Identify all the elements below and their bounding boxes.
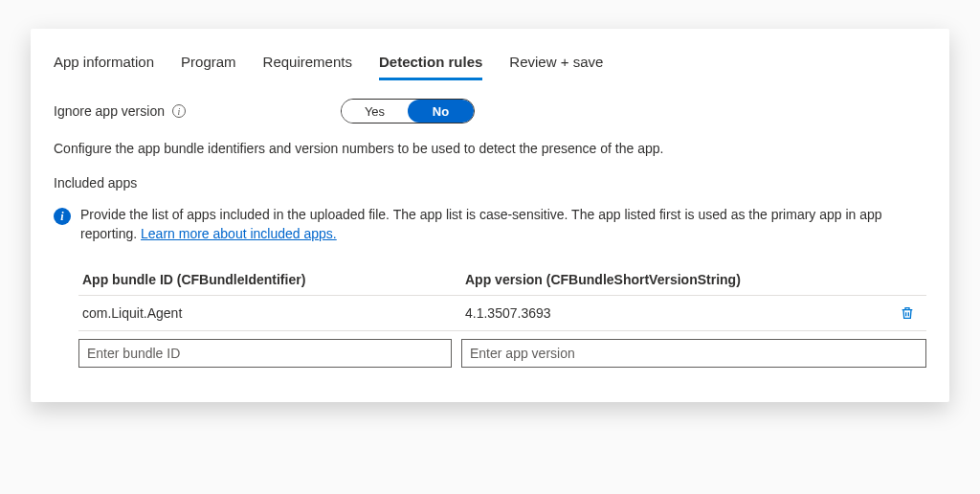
ignore-app-version-text: Ignore app version xyxy=(54,103,165,119)
table-header: App bundle ID (CFBundleIdentifier) App v… xyxy=(78,264,926,296)
header-bundle-id: App bundle ID (CFBundleIdentifier) xyxy=(78,272,461,287)
tab-review-save[interactable]: Review + save xyxy=(509,48,603,80)
tab-detection-rules[interactable]: Detection rules xyxy=(379,48,482,80)
info-callout: i Provide the list of apps included in t… xyxy=(54,206,926,243)
toggle-yes[interactable]: Yes xyxy=(342,100,408,123)
tab-requirements[interactable]: Requirements xyxy=(263,48,352,80)
ignore-app-version-row: Ignore app version i Yes No xyxy=(54,99,926,124)
cell-bundle-id: com.Liquit.Agent xyxy=(78,305,461,321)
trash-icon[interactable] xyxy=(900,305,915,321)
toggle-no[interactable]: No xyxy=(408,100,474,123)
learn-more-link[interactable]: Learn more about included apps. xyxy=(141,226,337,241)
info-text: Provide the list of apps included in the… xyxy=(80,206,926,243)
info-filled-icon: i xyxy=(54,208,71,225)
detection-rules-panel: App information Program Requirements Det… xyxy=(31,29,949,402)
cell-version: 4.1.3507.3693 xyxy=(461,305,888,321)
ignore-app-version-label: Ignore app version i xyxy=(54,103,341,119)
info-icon[interactable]: i xyxy=(172,104,186,118)
included-apps-label: Included apps xyxy=(54,175,926,191)
included-apps-table: App bundle ID (CFBundleIdentifier) App v… xyxy=(54,264,926,375)
tab-program[interactable]: Program xyxy=(181,48,236,80)
app-version-input[interactable] xyxy=(461,339,926,368)
bundle-id-input[interactable] xyxy=(78,339,452,368)
ignore-app-version-toggle[interactable]: Yes No xyxy=(341,99,475,124)
step-tabs: App information Program Requirements Det… xyxy=(54,48,926,81)
table-row: com.Liquit.Agent 4.1.3507.3693 xyxy=(78,296,926,331)
description-text: Configure the app bundle identifiers and… xyxy=(54,141,926,156)
header-version: App version (CFBundleShortVersionString) xyxy=(461,272,888,287)
tab-app-information[interactable]: App information xyxy=(54,48,154,80)
new-row-inputs xyxy=(78,331,926,375)
